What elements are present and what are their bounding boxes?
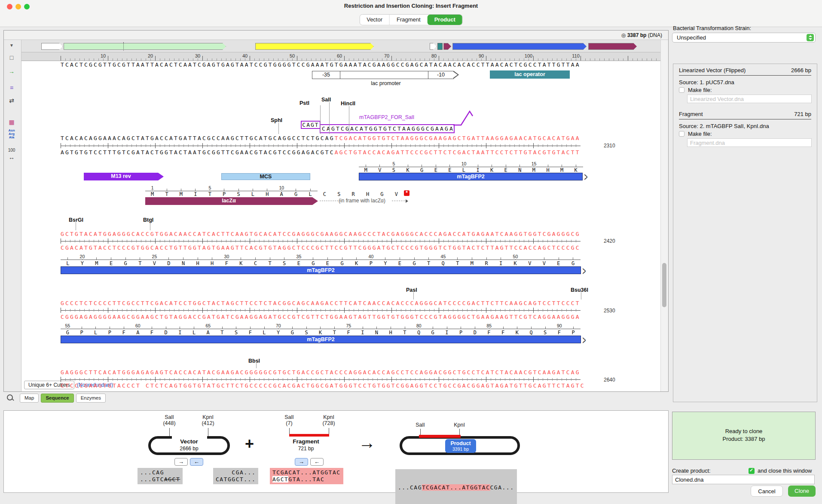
primer-label[interactable]: mTAGBFP2_FOR_SalI [359,114,414,120]
vector-enzyme2-pos: (412) [196,420,220,426]
enzyme-site-bsrgi[interactable]: BsrGI [69,217,83,223]
selection-tool[interactable]: □ [6,53,17,62]
fragment-cut-tick [289,428,290,434]
overview-feature[interactable] [64,43,226,50]
product-enzyme1-name: SalI [408,422,432,428]
vector-make-file-checkbox[interactable] [679,87,684,93]
fragment-filename-input[interactable] [687,138,812,147]
feature-lac-promoter[interactable]: -35 -10 [312,71,454,79]
feature-m13-rev[interactable]: M13 rev [84,173,164,180]
ruler-number: 20 [142,53,159,58]
close-window-checkbox[interactable] [749,468,755,474]
vector-make-file-label: Make file: [688,87,712,93]
vector-forward-orientation-button[interactable]: → [174,458,188,466]
create-product-label: Create product: [672,467,711,474]
sequence-line[interactable]: GCCCTCTCCCCTTCGCCTTCGACATCCTGGCTACTAGCTT… [61,300,581,307]
aa-number: 65 [202,323,214,328]
alignment-tool[interactable]: ≡ [6,83,17,92]
overview-feature[interactable] [452,43,587,50]
feature-mcs[interactable]: MCS [221,173,310,180]
overview-feature[interactable] [255,43,374,50]
aa-row: LYMEGTVDNHHFKCTSEGEGKPYEGTQTMRIKVVEG [61,260,580,266]
feature-laczα[interactable]: lacZα [145,197,318,205]
promoter-arrow-tip-inner [453,72,458,78]
collapse-button[interactable]: ▼ [6,41,17,50]
enzyme-site-bbsi[interactable]: BbsI [248,358,260,364]
side-toolbar [4,40,21,391]
enzyme-cut-line [581,292,581,299]
feature-mtagbfp2[interactable]: mTagBFP2 [359,173,583,180]
tab-product[interactable]: Product [428,15,462,25]
inframe-arrowhead-icon [406,199,408,203]
strain-select[interactable]: Unspecified [672,33,816,43]
enzyme-site-hincii[interactable]: HincII [341,101,355,107]
enzyme-site-sali[interactable]: SalI [321,97,331,103]
ruler-number: 110 [567,53,584,58]
fragment-insert-bar [289,434,329,437]
enzyme-site-btgi[interactable]: BtgI [143,217,153,223]
feature-mtagbfp2[interactable]: mTagBFP2 [61,336,581,343]
tick-line [61,377,581,382]
view-tab-sequence[interactable]: Sequence [41,394,73,403]
sequence-line[interactable]: CTCCCGAAGTGTACCCT CTCTCAGTGGTGTATGCTTCTG… [61,382,585,388]
aa-number: 85 [483,323,495,328]
cancel-button[interactable]: Cancel [751,486,783,497]
vertical-scrollbar-track[interactable] [660,40,668,391]
aa-number: 50 [509,254,522,259]
fragment-forward-orientation-button[interactable]: → [295,458,308,466]
feature-lac-operator[interactable]: lac operator [490,70,570,79]
feature-mtagbfp2[interactable]: mTagBFP2 [61,266,581,274]
expand-width-tool[interactable]: ↔ [6,153,17,162]
sequence-type: (DNA) [648,32,662,38]
tab-fragment[interactable]: Fragment [389,15,428,25]
fragment-enzyme2-pos: (728) [317,420,341,426]
position-number: 2640 [604,377,628,383]
sequence-line[interactable]: TCACACAGGAAACAGCTATGACCATGATTACGCCAAGCTT… [61,135,581,142]
fragment-source: Source: 2. mTAGBFP SalI, KpnI.dna [679,123,769,129]
feature-end-chevron-icon: > [583,333,586,347]
fragment-enzyme2-name: KpnI [317,414,341,420]
aa-ruler: 1510 [145,186,318,191]
enzyme-cut-line [278,123,279,134]
plus-sign: + [245,435,254,453]
overview-feature[interactable] [588,43,637,50]
aa-number: 40 [364,254,377,259]
position-number: 2530 [604,308,628,314]
fragment-make-file-checkbox[interactable] [679,131,684,137]
tick-line [61,238,581,244]
aa-frame-labels[interactable]: Asn Arg Ala [6,129,17,137]
vector-filename-input[interactable] [687,95,812,103]
tab-vector[interactable]: Vector [360,15,389,25]
search-icon[interactable] [7,394,13,400]
aa-number: 10 [458,161,471,166]
sequence-line[interactable]: GAGGGCTTCACATGGGAGAGAGTCACCACATACGAAGACG… [61,369,581,376]
view-tab-map[interactable]: Map [20,394,39,403]
ruler-number: 60 [331,53,348,58]
sequence-line[interactable]: CGACATGTACCTCCCGTGGCACCTGTTGGTAGTGAAGTTC… [61,244,581,251]
product-filename-input[interactable] [672,475,815,484]
enzyme-site-bsu36i[interactable]: Bsu36I [571,287,588,293]
vertical-scrollbar-thumb[interactable] [662,263,666,307]
overview-feature[interactable] [437,43,443,50]
sequence-line[interactable]: CGGGAGAGGGGAAGCGGAAGCTGTAGGACCGATGATCGAA… [61,314,581,321]
sequence-line[interactable]: GCTGTACATGGAGGGCACCGTGGACAACCATCACTTCAAG… [61,231,581,238]
vector-reverse-orientation-button[interactable]: ← [190,458,203,466]
enzyme-site-sphi[interactable]: SphI [271,117,282,123]
add-feature-arrow-tool[interactable]: → [6,67,17,76]
sequence-line[interactable]: TCACTCGCGTTGCGTTAATTACACTCAATCGAGTGAGTAA… [61,61,581,68]
clone-button[interactable]: Clone [788,486,816,497]
ruler-number: 30 [189,53,206,58]
translation-display-tool[interactable]: ▦ [6,118,17,126]
primer-pair-tool[interactable]: ⇄ [6,96,17,105]
ready-status-title: Ready to clone [672,428,816,434]
enzyme-site-pasi[interactable]: PasI [406,287,417,293]
fragment-reverse-orientation-button[interactable]: ← [310,458,324,466]
target-icon: ◎ [621,32,626,38]
sequence-line[interactable]: AGTGTGTCCTTTGTCGATACTGGTACTAATGCGGTTCGAA… [61,149,581,156]
enzyme-site-psti[interactable]: PstI [299,100,309,106]
vector-enzyme1-pos: (448) [157,420,181,426]
overview-feature[interactable] [41,43,63,50]
primer-tail-icon [452,109,474,127]
primer-sequence-box[interactable]: CAGTCGACATGGTGTCTAAGGGCGAAGA [320,124,455,133]
view-tab-enzymes[interactable]: Enzymes [76,394,106,403]
